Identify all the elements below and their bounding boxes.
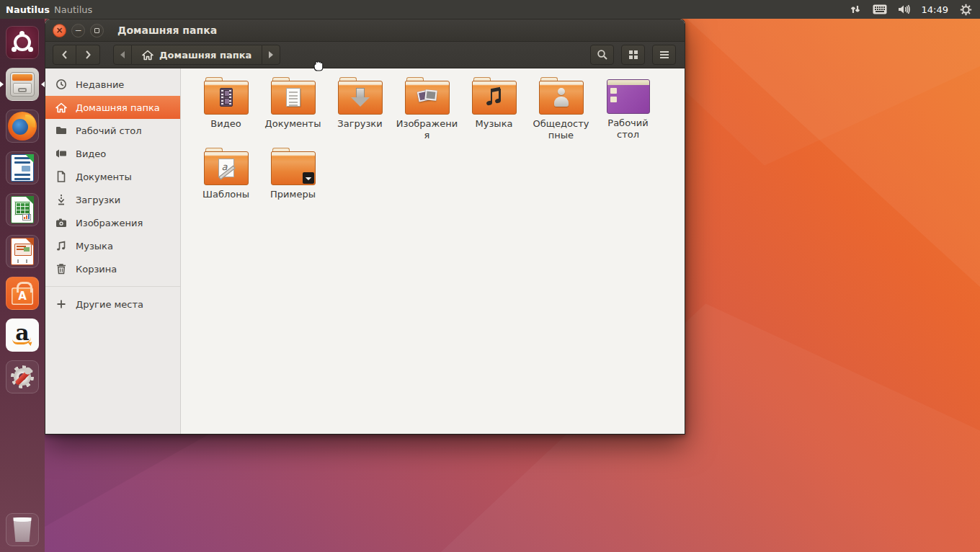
file-label: Музыка [463, 118, 525, 130]
volume-icon[interactable] [897, 3, 912, 16]
camera-icon [55, 217, 67, 228]
libreoffice-calc-icon [6, 193, 39, 226]
window-titlebar[interactable]: × − Домашняя папка [45, 19, 685, 42]
search-icon [597, 49, 608, 61]
sidebar-item-label: Изображения [76, 218, 143, 228]
sidebar-item-other-locations[interactable]: Другие места [45, 293, 180, 316]
firefox-icon [6, 110, 39, 143]
window-title: Домашняя папка [117, 25, 217, 36]
minimize-button[interactable]: − [71, 24, 85, 37]
session-gear-icon[interactable] [958, 3, 973, 16]
files-view[interactable]: Видео Документы Загр [181, 68, 685, 434]
sidebar-item-label: Видео [76, 148, 106, 159]
desktop-icon [607, 79, 650, 114]
files-icon [6, 68, 39, 101]
libreoffice-impress-icon [6, 235, 39, 268]
file-label: Общедоступные [530, 118, 592, 141]
amazon-icon: a [6, 319, 39, 352]
window-title-label: Nautilus [54, 4, 92, 15]
folder-icon: a [204, 148, 249, 185]
file-label: Примеры [262, 189, 324, 200]
sidebar-item-trash[interactable]: Корзина [45, 257, 180, 280]
ubuntu-logo-icon [6, 26, 39, 59]
maximize-button[interactable] [90, 24, 104, 37]
close-button[interactable]: × [53, 24, 66, 37]
sidebar-item-music[interactable]: Музыка [45, 234, 180, 257]
folder-icon [271, 77, 316, 115]
file-item-templates[interactable]: a Шаблоны [192, 148, 259, 200]
file-item-pictures[interactable]: Изображения [393, 77, 460, 141]
file-item-music[interactable]: Музыка [460, 77, 527, 141]
file-label: Видео [195, 118, 257, 130]
launcher-item-files[interactable] [0, 63, 45, 105]
launcher-item-impress[interactable] [0, 231, 45, 272]
app-menu[interactable]: Nautilus Nautilus [6, 4, 92, 15]
document-emblem-icon [286, 88, 300, 107]
running-indicator-icon [0, 81, 4, 87]
sidebar-item-recent[interactable]: Недавние [45, 73, 180, 96]
launcher-item-software[interactable]: A [0, 272, 45, 314]
sidebar-item-label: Рабочий стол [76, 125, 141, 136]
file-label: Загрузки [329, 118, 391, 130]
film-emblem-icon [220, 88, 233, 107]
system-settings-icon [6, 360, 39, 393]
clock-icon [55, 79, 67, 90]
places-sidebar: Недавние Домашняя папка Рабочий стол [45, 68, 181, 434]
keyboard-icon[interactable] [873, 3, 887, 16]
hamburger-menu-icon [659, 50, 669, 59]
folder-icon [271, 148, 316, 185]
sidebar-item-label: Музыка [76, 241, 113, 251]
menu-button[interactable] [652, 45, 676, 65]
launcher-item-settings[interactable] [0, 356, 45, 398]
folder-icon [55, 125, 67, 136]
sidebar-item-videos[interactable]: Видео [45, 142, 180, 165]
breadcrumb-home-button[interactable]: Домашняя папка [132, 45, 262, 65]
file-item-examples[interactable]: Примеры [259, 148, 326, 200]
file-item-documents[interactable]: Документы [259, 77, 326, 141]
file-item-videos[interactable]: Видео [192, 77, 259, 141]
app-menu-title[interactable]: Nautilus [6, 4, 50, 15]
launcher-item-writer[interactable] [0, 147, 45, 189]
sidebar-item-pictures[interactable]: Изображения [45, 211, 180, 234]
back-button[interactable] [53, 45, 76, 65]
breadcrumb-right-arrow[interactable] [262, 45, 280, 65]
file-item-public[interactable]: Общедоступные [527, 77, 594, 141]
forward-button[interactable] [76, 45, 100, 65]
file-item-desktop[interactable]: Рабочий стол [594, 77, 662, 141]
folder-icon [405, 77, 450, 115]
nautilus-window: × − Домашняя папка [45, 19, 685, 435]
sidebar-item-home[interactable]: Домашняя папка [45, 96, 180, 119]
sidebar-item-desktop[interactable]: Рабочий стол [45, 119, 180, 142]
focused-indicator-icon [41, 81, 45, 87]
download-icon [55, 194, 67, 205]
launcher-item-dash[interactable] [0, 22, 45, 63]
launcher-item-calc[interactable] [0, 189, 45, 231]
file-label: Изображения [396, 118, 458, 141]
sidebar-separator [45, 286, 180, 287]
music-icon [55, 240, 67, 251]
clock[interactable]: 14:49 [922, 4, 948, 15]
folder-icon [472, 77, 517, 115]
sidebar-item-label: Недавние [76, 79, 124, 90]
breadcrumb-left-arrow[interactable] [113, 45, 132, 65]
view-grid-button[interactable] [621, 45, 645, 65]
search-button[interactable] [590, 45, 614, 65]
launcher-item-firefox[interactable] [0, 105, 45, 147]
home-icon [55, 102, 67, 113]
link-arrow-emblem-icon [303, 172, 314, 184]
trash-icon [6, 513, 39, 546]
launcher-item-amazon[interactable]: a [0, 314, 45, 356]
video-icon [55, 148, 67, 159]
grid-view-icon [628, 50, 638, 60]
photos-emblem-icon [418, 89, 437, 106]
sidebar-item-label: Корзина [76, 264, 117, 275]
sidebar-item-downloads[interactable]: Загрузки [45, 188, 180, 211]
ubuntu-software-icon: A [6, 277, 39, 310]
document-icon [55, 171, 67, 182]
indicator-area: 14:49 [848, 3, 973, 16]
file-label: Шаблоны [195, 189, 257, 200]
file-item-downloads[interactable]: Загрузки [326, 77, 393, 141]
network-arrows-icon[interactable] [848, 3, 863, 16]
sidebar-item-documents[interactable]: Документы [45, 165, 180, 188]
launcher-item-trash[interactable] [0, 509, 45, 551]
